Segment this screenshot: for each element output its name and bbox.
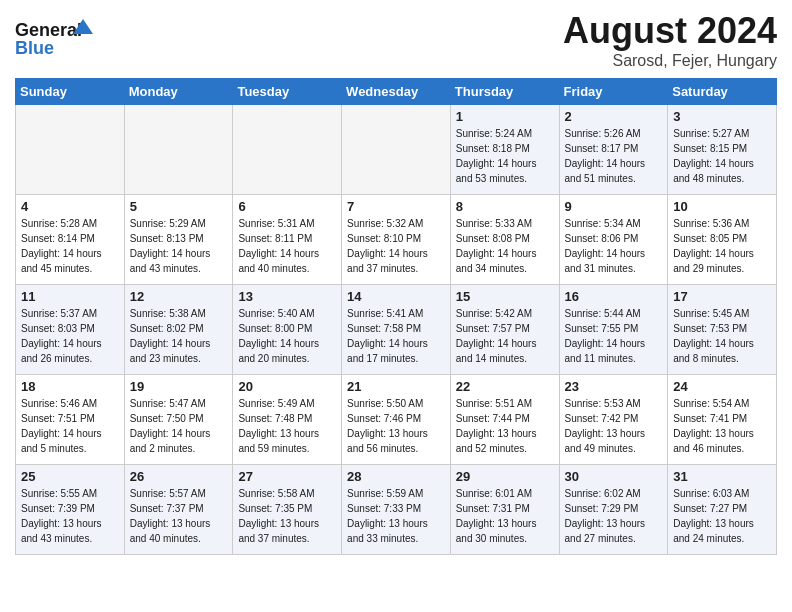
day-number: 4 (21, 199, 119, 214)
day-info: Sunrise: 5:40 AMSunset: 8:00 PMDaylight:… (238, 306, 336, 366)
day-number: 27 (238, 469, 336, 484)
calendar-day-cell: 12Sunrise: 5:38 AMSunset: 8:02 PMDayligh… (124, 285, 233, 375)
calendar-day-cell: 1Sunrise: 5:24 AMSunset: 8:18 PMDaylight… (450, 105, 559, 195)
calendar-day-cell (342, 105, 451, 195)
calendar-day-cell: 15Sunrise: 5:42 AMSunset: 7:57 PMDayligh… (450, 285, 559, 375)
day-number: 15 (456, 289, 554, 304)
day-number: 12 (130, 289, 228, 304)
day-info: Sunrise: 5:24 AMSunset: 8:18 PMDaylight:… (456, 126, 554, 186)
calendar-day-cell: 4Sunrise: 5:28 AMSunset: 8:14 PMDaylight… (16, 195, 125, 285)
day-info: Sunrise: 5:45 AMSunset: 7:53 PMDaylight:… (673, 306, 771, 366)
day-number: 7 (347, 199, 445, 214)
calendar-day-cell: 7Sunrise: 5:32 AMSunset: 8:10 PMDaylight… (342, 195, 451, 285)
weekday-header: Wednesday (342, 79, 451, 105)
calendar-day-cell: 18Sunrise: 5:46 AMSunset: 7:51 PMDayligh… (16, 375, 125, 465)
calendar-table: SundayMondayTuesdayWednesdayThursdayFrid… (15, 78, 777, 555)
day-info: Sunrise: 5:53 AMSunset: 7:42 PMDaylight:… (565, 396, 663, 456)
weekday-header: Friday (559, 79, 668, 105)
calendar-day-cell: 8Sunrise: 5:33 AMSunset: 8:08 PMDaylight… (450, 195, 559, 285)
day-number: 14 (347, 289, 445, 304)
day-number: 6 (238, 199, 336, 214)
day-number: 23 (565, 379, 663, 394)
day-info: Sunrise: 5:26 AMSunset: 8:17 PMDaylight:… (565, 126, 663, 186)
day-info: Sunrise: 6:03 AMSunset: 7:27 PMDaylight:… (673, 486, 771, 546)
day-info: Sunrise: 5:31 AMSunset: 8:11 PMDaylight:… (238, 216, 336, 276)
calendar-day-cell: 20Sunrise: 5:49 AMSunset: 7:48 PMDayligh… (233, 375, 342, 465)
calendar-day-cell: 17Sunrise: 5:45 AMSunset: 7:53 PMDayligh… (668, 285, 777, 375)
calendar-day-cell: 21Sunrise: 5:50 AMSunset: 7:46 PMDayligh… (342, 375, 451, 465)
day-number: 31 (673, 469, 771, 484)
calendar-day-cell: 11Sunrise: 5:37 AMSunset: 8:03 PMDayligh… (16, 285, 125, 375)
day-info: Sunrise: 5:51 AMSunset: 7:44 PMDaylight:… (456, 396, 554, 456)
calendar-day-cell: 16Sunrise: 5:44 AMSunset: 7:55 PMDayligh… (559, 285, 668, 375)
day-info: Sunrise: 5:28 AMSunset: 8:14 PMDaylight:… (21, 216, 119, 276)
day-number: 26 (130, 469, 228, 484)
calendar-day-cell: 5Sunrise: 5:29 AMSunset: 8:13 PMDaylight… (124, 195, 233, 285)
day-number: 29 (456, 469, 554, 484)
day-info: Sunrise: 5:59 AMSunset: 7:33 PMDaylight:… (347, 486, 445, 546)
calendar-day-cell: 27Sunrise: 5:58 AMSunset: 7:35 PMDayligh… (233, 465, 342, 555)
calendar-week-row: 11Sunrise: 5:37 AMSunset: 8:03 PMDayligh… (16, 285, 777, 375)
calendar-subtitle: Sarosd, Fejer, Hungary (563, 52, 777, 70)
calendar-day-cell: 31Sunrise: 6:03 AMSunset: 7:27 PMDayligh… (668, 465, 777, 555)
day-info: Sunrise: 5:49 AMSunset: 7:48 PMDaylight:… (238, 396, 336, 456)
calendar-day-cell (16, 105, 125, 195)
calendar-day-cell: 13Sunrise: 5:40 AMSunset: 8:00 PMDayligh… (233, 285, 342, 375)
calendar-day-cell: 6Sunrise: 5:31 AMSunset: 8:11 PMDaylight… (233, 195, 342, 285)
day-info: Sunrise: 5:41 AMSunset: 7:58 PMDaylight:… (347, 306, 445, 366)
day-number: 28 (347, 469, 445, 484)
calendar-day-cell: 23Sunrise: 5:53 AMSunset: 7:42 PMDayligh… (559, 375, 668, 465)
weekday-header: Saturday (668, 79, 777, 105)
day-info: Sunrise: 5:36 AMSunset: 8:05 PMDaylight:… (673, 216, 771, 276)
day-number: 16 (565, 289, 663, 304)
calendar-day-cell: 29Sunrise: 6:01 AMSunset: 7:31 PMDayligh… (450, 465, 559, 555)
calendar-title: August 2024 (563, 10, 777, 52)
day-info: Sunrise: 5:47 AMSunset: 7:50 PMDaylight:… (130, 396, 228, 456)
day-number: 21 (347, 379, 445, 394)
calendar-day-cell: 28Sunrise: 5:59 AMSunset: 7:33 PMDayligh… (342, 465, 451, 555)
calendar-day-cell: 9Sunrise: 5:34 AMSunset: 8:06 PMDaylight… (559, 195, 668, 285)
svg-text:General: General (15, 20, 82, 40)
day-info: Sunrise: 5:42 AMSunset: 7:57 PMDaylight:… (456, 306, 554, 366)
page-header: General Blue August 2024 Sarosd, Fejer, … (15, 10, 777, 70)
day-info: Sunrise: 5:57 AMSunset: 7:37 PMDaylight:… (130, 486, 228, 546)
day-number: 25 (21, 469, 119, 484)
day-info: Sunrise: 5:54 AMSunset: 7:41 PMDaylight:… (673, 396, 771, 456)
day-info: Sunrise: 5:55 AMSunset: 7:39 PMDaylight:… (21, 486, 119, 546)
day-number: 3 (673, 109, 771, 124)
calendar-day-cell: 24Sunrise: 5:54 AMSunset: 7:41 PMDayligh… (668, 375, 777, 465)
day-number: 24 (673, 379, 771, 394)
calendar-day-cell: 3Sunrise: 5:27 AMSunset: 8:15 PMDaylight… (668, 105, 777, 195)
calendar-week-row: 4Sunrise: 5:28 AMSunset: 8:14 PMDaylight… (16, 195, 777, 285)
day-number: 5 (130, 199, 228, 214)
day-number: 11 (21, 289, 119, 304)
calendar-day-cell: 26Sunrise: 5:57 AMSunset: 7:37 PMDayligh… (124, 465, 233, 555)
calendar-day-cell: 2Sunrise: 5:26 AMSunset: 8:17 PMDaylight… (559, 105, 668, 195)
logo: General Blue (15, 14, 95, 64)
day-info: Sunrise: 5:34 AMSunset: 8:06 PMDaylight:… (565, 216, 663, 276)
weekday-header: Thursday (450, 79, 559, 105)
day-info: Sunrise: 6:02 AMSunset: 7:29 PMDaylight:… (565, 486, 663, 546)
day-info: Sunrise: 5:33 AMSunset: 8:08 PMDaylight:… (456, 216, 554, 276)
calendar-week-row: 18Sunrise: 5:46 AMSunset: 7:51 PMDayligh… (16, 375, 777, 465)
day-number: 18 (21, 379, 119, 394)
calendar-day-cell: 19Sunrise: 5:47 AMSunset: 7:50 PMDayligh… (124, 375, 233, 465)
day-info: Sunrise: 5:29 AMSunset: 8:13 PMDaylight:… (130, 216, 228, 276)
day-info: Sunrise: 5:37 AMSunset: 8:03 PMDaylight:… (21, 306, 119, 366)
day-info: Sunrise: 5:58 AMSunset: 7:35 PMDaylight:… (238, 486, 336, 546)
svg-text:Blue: Blue (15, 38, 54, 58)
weekday-header: Sunday (16, 79, 125, 105)
calendar-header-row: SundayMondayTuesdayWednesdayThursdayFrid… (16, 79, 777, 105)
logo-svg: General Blue (15, 14, 95, 64)
weekday-header: Monday (124, 79, 233, 105)
day-number: 2 (565, 109, 663, 124)
day-info: Sunrise: 5:44 AMSunset: 7:55 PMDaylight:… (565, 306, 663, 366)
day-number: 17 (673, 289, 771, 304)
day-info: Sunrise: 5:27 AMSunset: 8:15 PMDaylight:… (673, 126, 771, 186)
day-number: 1 (456, 109, 554, 124)
day-number: 10 (673, 199, 771, 214)
weekday-header: Tuesday (233, 79, 342, 105)
calendar-week-row: 25Sunrise: 5:55 AMSunset: 7:39 PMDayligh… (16, 465, 777, 555)
day-number: 22 (456, 379, 554, 394)
day-info: Sunrise: 5:46 AMSunset: 7:51 PMDaylight:… (21, 396, 119, 456)
